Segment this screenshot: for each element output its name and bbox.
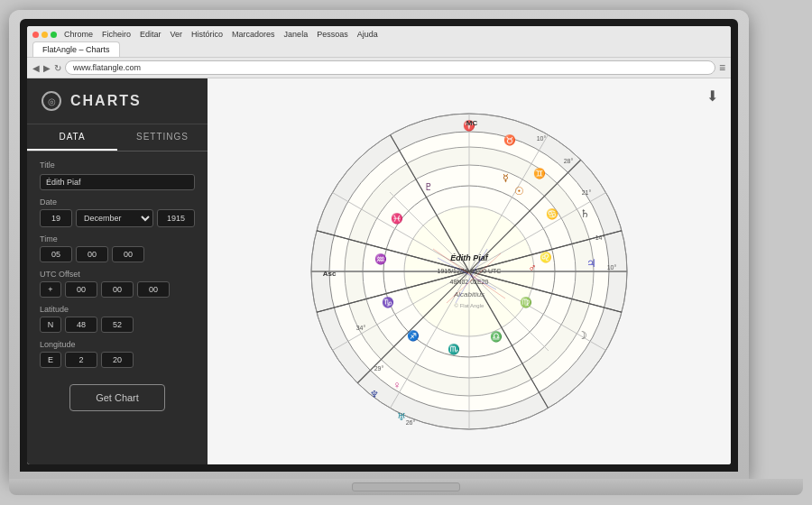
svg-text:♎: ♎ — [490, 330, 503, 343]
chart-area: ⬇ — [208, 78, 731, 464]
date-label: Date — [40, 197, 195, 207]
download-button[interactable]: ⬇ — [706, 87, 718, 105]
lat-ns-input[interactable] — [40, 317, 61, 333]
svg-text:Édith Piaf: Édith Piaf — [450, 253, 489, 262]
menu-historico[interactable]: Histórico — [191, 30, 223, 39]
date-month-select[interactable]: December — [76, 209, 153, 227]
time-row — [40, 246, 195, 262]
lon-d-input[interactable] — [65, 352, 97, 368]
svg-text:♂: ♂ — [529, 262, 537, 274]
lon-m-input[interactable] — [101, 352, 134, 368]
svg-text:Alcabitius: Alcabitius — [453, 290, 484, 298]
utc-h-input[interactable] — [65, 281, 97, 298]
svg-text:♆: ♆ — [370, 389, 379, 399]
lat-d-input[interactable] — [65, 317, 97, 333]
svg-text:21°: 21° — [582, 189, 592, 196]
close-dot[interactable] — [32, 32, 39, 38]
form-group-lon: Longitude — [40, 340, 195, 368]
svg-text:♐: ♐ — [407, 329, 420, 342]
svg-text:☿: ☿ — [503, 172, 509, 183]
svg-text:Asc: Asc — [323, 270, 337, 278]
svg-text:26°: 26° — [406, 419, 416, 426]
address-input[interactable]: www.flatangle.com — [65, 60, 715, 75]
logo-symbol: ◎ — [48, 96, 56, 106]
svg-text:☉: ☉ — [514, 185, 524, 197]
title-label: Title — [40, 161, 195, 170]
browser-titlebar: Chrome Ficheiro Editar Ver Histórico Mar… — [32, 30, 725, 39]
time-h-input[interactable] — [40, 246, 72, 262]
svg-text:1915/12/19 05:00 UTC: 1915/12/19 05:00 UTC — [438, 268, 502, 274]
refresh-button[interactable]: ↻ — [54, 63, 61, 73]
lat-label: Latitude — [40, 305, 195, 314]
svg-text:♌: ♌ — [540, 251, 552, 263]
browser-tab-active[interactable]: FlatAngle – Charts — [32, 41, 120, 57]
svg-text:♍: ♍ — [520, 296, 532, 308]
trackpad[interactable] — [352, 482, 460, 491]
svg-text:♓: ♓ — [391, 212, 403, 225]
minimize-dot[interactable] — [42, 32, 48, 38]
menu-marcadores[interactable]: Marcadores — [232, 30, 275, 39]
lon-row — [40, 352, 195, 368]
sidebar-title: CHARTS — [70, 93, 142, 109]
time-label: Time — [40, 234, 195, 243]
form-group-title: Title — [40, 161, 195, 190]
date-row: December — [40, 209, 195, 227]
title-input[interactable] — [40, 174, 195, 190]
browser-menu-icon[interactable]: ≡ — [719, 61, 725, 74]
browser-tabs: FlatAngle – Charts — [32, 41, 725, 57]
lat-row — [40, 317, 195, 333]
date-year-input[interactable] — [157, 209, 195, 227]
svg-text:10°: 10° — [607, 264, 617, 271]
svg-text:♉: ♉ — [503, 133, 516, 146]
svg-text:14°: 14° — [595, 234, 605, 241]
svg-text:♀: ♀ — [393, 379, 401, 391]
maximize-dot[interactable] — [51, 32, 57, 38]
laptop-base — [9, 479, 803, 495]
back-button[interactable]: ◀ — [32, 63, 40, 73]
svg-text:♊: ♊ — [533, 167, 546, 179]
lat-m-input[interactable] — [101, 317, 134, 333]
menu-editar[interactable]: Editar — [140, 30, 161, 39]
svg-text:34°: 34° — [356, 325, 366, 331]
utc-m-input[interactable] — [101, 281, 134, 298]
form-group-time: Time — [40, 234, 195, 262]
svg-text:♑: ♑ — [382, 296, 394, 308]
svg-text:10°: 10° — [537, 135, 547, 142]
svg-text:MC: MC — [466, 119, 478, 127]
svg-text:© Flat Angle: © Flat Angle — [455, 303, 484, 308]
get-chart-button[interactable]: Get Chart — [69, 384, 165, 411]
form-group-lat: Latitude — [40, 305, 195, 333]
utc-s-input[interactable] — [137, 281, 170, 298]
utc-row — [40, 281, 195, 298]
menu-pessoas[interactable]: Pessoas — [317, 30, 348, 39]
svg-text:29°: 29° — [374, 365, 384, 372]
sidebar-header: ◎ CHARTS — [27, 78, 208, 124]
svg-text:♒: ♒ — [374, 252, 387, 265]
menu-ver[interactable]: Ver — [171, 30, 183, 39]
date-day-input[interactable] — [40, 209, 72, 227]
svg-text:♄: ♄ — [580, 207, 590, 220]
sidebar: ◎ CHARTS DATA SETTINGS Title — [27, 78, 208, 464]
utc-sign-input[interactable] — [40, 281, 61, 298]
menu-chrome[interactable]: Chrome — [64, 30, 93, 39]
svg-text:♏: ♏ — [448, 343, 460, 355]
laptop-outer: Chrome Ficheiro Editar Ver Histórico Mar… — [9, 10, 749, 479]
lon-ew-input[interactable] — [40, 352, 61, 368]
screen-bezel: Chrome Ficheiro Editar Ver Histórico Mar… — [20, 19, 738, 472]
tab-settings[interactable]: SETTINGS — [117, 124, 208, 151]
tab-data[interactable]: DATA — [27, 124, 117, 151]
svg-text:☽: ☽ — [577, 329, 587, 342]
menu-janela[interactable]: Janela — [284, 30, 309, 39]
time-m-input[interactable] — [76, 246, 108, 262]
svg-text:♇: ♇ — [424, 181, 433, 192]
menu-ficheiro[interactable]: Ficheiro — [102, 30, 131, 39]
laptop-screen: Chrome Ficheiro Editar Ver Histórico Mar… — [27, 26, 731, 464]
laptop-shell: Chrome Ficheiro Editar Ver Histórico Mar… — [9, 10, 803, 495]
svg-text:♋: ♋ — [546, 207, 558, 220]
app-logo: ◎ — [42, 91, 61, 111]
svg-text:♃: ♃ — [586, 257, 596, 270]
forward-button[interactable]: ▶ — [43, 63, 51, 73]
sidebar-form: Title Date December — [27, 152, 208, 464]
time-s-input[interactable] — [112, 246, 144, 262]
menu-ajuda[interactable]: Ajuda — [357, 30, 378, 39]
